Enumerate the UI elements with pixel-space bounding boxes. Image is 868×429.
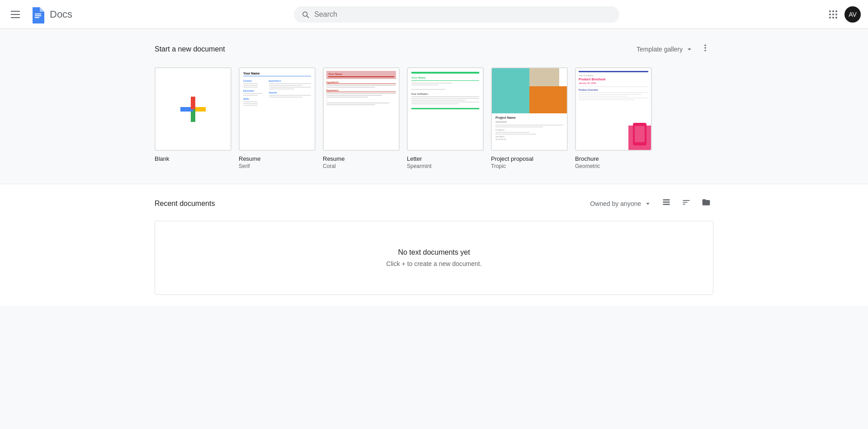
template-card-resume-serif[interactable]: Your Name Contact Education: [239, 67, 316, 169]
more-vert-icon: [701, 43, 710, 52]
resume-serif-preview: Your Name Contact Education: [240, 68, 315, 150]
dropdown-icon: [644, 200, 652, 208]
proposal-preview: Project Name 00/00/0000 For Names Your N…: [492, 68, 567, 150]
svg-rect-6: [663, 199, 670, 201]
template-card-project-proposal[interactable]: Project Name 00/00/0000 For Names Your N…: [491, 67, 568, 169]
list-view-icon: [662, 198, 671, 207]
apps-grid-icon: [829, 10, 837, 19]
template-name-letter: Letter: [407, 155, 484, 162]
list-view-button[interactable]: [659, 195, 674, 212]
template-name-proposal: Project proposal: [491, 155, 568, 162]
template-name-resume-serif: Resume: [239, 155, 316, 162]
svg-point-5: [704, 50, 706, 51]
page-wrapper: Start a new document Template gallery: [0, 29, 868, 429]
template-subname-resume-coral: Coral: [323, 163, 400, 169]
plus-icon: [180, 97, 206, 122]
template-card-brochure[interactable]: Your Company Product Brochure January 00…: [575, 67, 652, 169]
template-thumbnail-blank: [155, 67, 231, 151]
template-thumbnail-resume-serif: Your Name Contact Education: [239, 67, 316, 151]
svg-point-4: [704, 47, 706, 48]
template-subname-resume-serif: Serif: [239, 163, 316, 169]
view-controls: [659, 195, 713, 212]
template-card-blank[interactable]: Blank: [155, 67, 231, 169]
template-card-letter-spearmint[interactable]: Your Name Dear Sir/Madam,: [407, 67, 484, 169]
template-grid: Blank Your Name Contact: [151, 67, 717, 169]
template-subname-brochure: Geometric: [575, 163, 652, 169]
docs-logo[interactable]: Docs: [29, 5, 72, 23]
svg-point-3: [704, 45, 706, 46]
app-header: Docs AV: [0, 0, 868, 29]
empty-state: No text documents yet Click + to create …: [155, 221, 713, 295]
svg-rect-0: [35, 14, 41, 14]
template-section: Start a new document Template gallery: [0, 29, 868, 184]
template-thumbnail-proposal: Project Name 00/00/0000 For Names Your N…: [491, 67, 568, 151]
template-subname-proposal: Tropic: [491, 163, 568, 169]
svg-rect-1: [35, 15, 41, 16]
avatar[interactable]: AV: [844, 6, 861, 23]
search-icon: [301, 10, 310, 19]
resume-coral-preview: Your Name Ingredients Experience •: [324, 68, 399, 150]
sort-button[interactable]: [679, 195, 693, 212]
header-right: AV: [816, 6, 861, 23]
app-title: Docs: [50, 9, 72, 20]
template-thumbnail-brochure: Your Company Product Brochure January 00…: [575, 67, 652, 151]
svg-rect-7: [663, 201, 670, 203]
letter-preview: Your Name Dear Sir/Madam,: [408, 68, 483, 150]
template-header: Start a new document Template gallery: [151, 40, 717, 58]
search-input[interactable]: [314, 10, 612, 19]
recent-documents-title: Recent documents: [155, 200, 215, 208]
template-gallery-button[interactable]: Template gallery: [637, 45, 693, 53]
template-name-brochure: Brochure: [575, 155, 652, 162]
sort-icon: [682, 198, 691, 207]
hamburger-menu[interactable]: [7, 7, 24, 22]
template-thumbnail-letter: Your Name Dear Sir/Madam,: [407, 67, 484, 151]
template-thumbnail-resume-coral: Your Name Ingredients Experience •: [323, 67, 400, 151]
empty-state-title: No text documents yet: [164, 248, 704, 256]
more-options-button[interactable]: [697, 40, 713, 58]
expand-icon: [685, 45, 693, 53]
template-name-blank: Blank: [155, 155, 231, 162]
template-subname-letter: Spearmint: [407, 163, 484, 169]
apps-icon-button[interactable]: [826, 7, 841, 22]
owned-by-label: Owned by anyone: [590, 200, 641, 207]
template-card-resume-coral[interactable]: Your Name Ingredients Experience •: [323, 67, 400, 169]
recent-header: Recent documents Owned by anyone: [151, 195, 717, 212]
folder-icon: [702, 198, 711, 207]
svg-rect-8: [663, 204, 670, 205]
owned-by-button[interactable]: Owned by anyone: [590, 200, 652, 208]
svg-rect-2: [35, 17, 39, 18]
template-name-resume-coral: Resume: [323, 155, 400, 162]
search-container: [98, 6, 816, 23]
recent-section: Recent documents Owned by anyone: [0, 184, 868, 306]
docs-icon: [29, 5, 47, 23]
folder-view-button[interactable]: [699, 195, 713, 212]
header-left: Docs: [7, 5, 98, 23]
search-bar: [294, 6, 619, 23]
brochure-accent: [628, 126, 651, 150]
empty-state-subtitle: Click + to create a new document.: [164, 260, 704, 267]
start-new-document-title: Start a new document: [155, 45, 225, 53]
